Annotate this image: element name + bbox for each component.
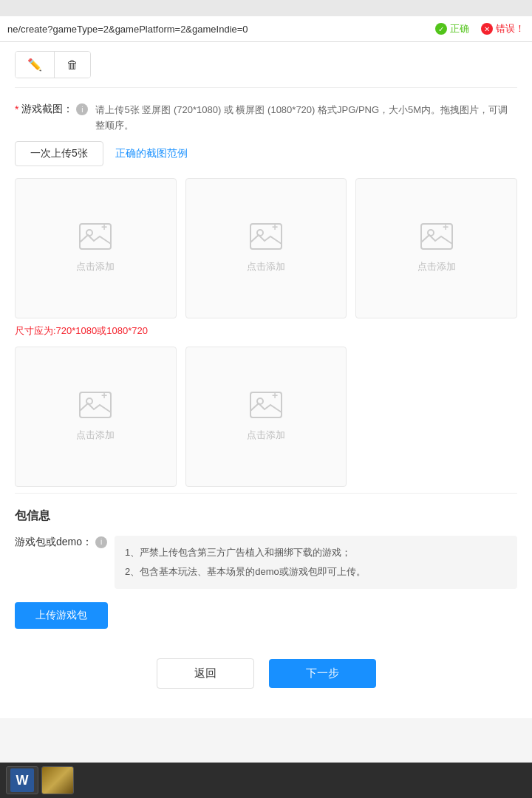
package-label-text: 游戏包或demo： (15, 536, 92, 549)
placeholder-text-5: 点击添加 (247, 429, 285, 442)
placeholder-text-2: 点击添加 (247, 260, 285, 273)
error-badge: ✕ 错误！ (481, 22, 525, 35)
edit-button[interactable]: ✏️ (16, 52, 55, 78)
svg-text:+: + (101, 392, 107, 401)
screenshot-slot-1[interactable]: + 点击添加 (15, 178, 177, 318)
upload-package-button[interactable]: 上传游戏包 (15, 602, 108, 629)
return-button[interactable]: 返回 (157, 658, 254, 689)
correct-badge: ✓ 正确 (435, 22, 469, 35)
example-link[interactable]: 正确的截图范例 (115, 147, 188, 160)
url-text: ne/create?gameType=2&gamePlatform=2&game… (7, 24, 248, 35)
screenshots-grid-bottom: + 点击添加 + 点击添加 (15, 347, 517, 487)
screenshot-slot-2[interactable]: + 点击添加 (185, 178, 347, 318)
package-rule-2: 2、包含基本玩法、基本场景的demo或游戏包即可上传。 (125, 562, 507, 582)
error-label: 错误！ (496, 22, 525, 35)
required-star: * (15, 103, 18, 115)
placeholder-text-1: 点击添加 (76, 260, 115, 273)
package-info-icon[interactable]: i (95, 536, 107, 548)
delete-button[interactable]: 🗑 (55, 52, 90, 78)
screenshots-label-row: * 游戏截图： i 请上传5张 竖屏图 (532*798) 或 横屏图 (10… (15, 88, 517, 141)
toolbar-row: ✏️ 🗑 (15, 42, 517, 88)
screenshot-slot-4[interactable]: + 点击添加 (15, 347, 177, 487)
edit-icon: ✏️ (27, 58, 42, 71)
package-rules: 1、严禁上传包含第三方广告植入和捆绑下载的游戏； 2、包含基本玩法、基本场景的d… (115, 536, 517, 589)
svg-text:+: + (101, 223, 107, 233)
package-label: 游戏包或demo： i (15, 536, 107, 549)
screenshot-slot-3[interactable]: + 点击添加 (355, 178, 517, 318)
svg-text:+: + (272, 223, 278, 233)
package-rule-1: 1、严禁上传包含第三方广告植入和捆绑下载的游戏； (125, 543, 507, 562)
toolbar-buttons: ✏️ 🗑 (15, 51, 91, 78)
delete-icon: 🗑 (66, 58, 78, 71)
correct-icon: ✓ (435, 23, 447, 35)
package-section: 包信息 游戏包或demo： i 1、严禁上传包含第三方广告植入和捆绑下载的游戏；… (15, 493, 517, 636)
screenshots-label: * 游戏截图： i (15, 103, 88, 116)
top-bar (0, 0, 532, 16)
main-content: ✏️ 🗑 * 游戏截图： i 请上传5张 竖屏图 (532*798) 或 横屏… (0, 42, 532, 718)
footer-buttons: 返回 下一步 (15, 636, 517, 703)
image-icon-5: + (250, 392, 282, 423)
screenshot-slot-5[interactable]: + 点击添加 (185, 347, 347, 487)
svg-text:+: + (272, 392, 278, 401)
package-title: 包信息 (15, 508, 517, 524)
upload-action-row: 一次上传5张 正确的截图范例 (15, 141, 517, 166)
status-badges: ✓ 正确 ✕ 错误！ (435, 22, 525, 35)
image-icon-3: + (420, 223, 453, 254)
image-icon-1: + (79, 223, 112, 254)
image-icon-4: + (79, 392, 112, 423)
size-hint: 尺寸应为:720*1080或1080*720 (15, 324, 517, 338)
placeholder-text-3: 点击添加 (417, 260, 456, 273)
svg-text:+: + (443, 223, 449, 233)
next-button[interactable]: 下一步 (269, 659, 376, 688)
error-icon: ✕ (481, 23, 493, 35)
placeholder-text-4: 点击添加 (76, 429, 115, 442)
screenshots-grid-top: + 点击添加 + 点击添加 + (15, 178, 517, 318)
screenshots-hint: 请上传5张 竖屏图 (532*798) 或 横屏图 (798*532) 格式… (95, 103, 517, 134)
package-row: 游戏包或demo： i 1、严禁上传包含第三方广告植入和捆绑下载的游戏； 2、包… (15, 536, 517, 589)
upload-5-button[interactable]: 一次上传5张 (15, 141, 103, 166)
image-icon-2: + (250, 223, 282, 254)
screenshots-label-text: 游戏截图： (21, 103, 73, 116)
url-bar: ne/create?gameType=2&gamePlatform=2&game… (0, 16, 532, 42)
info-icon[interactable]: i (76, 103, 88, 115)
correct-label: 正确 (450, 22, 469, 35)
